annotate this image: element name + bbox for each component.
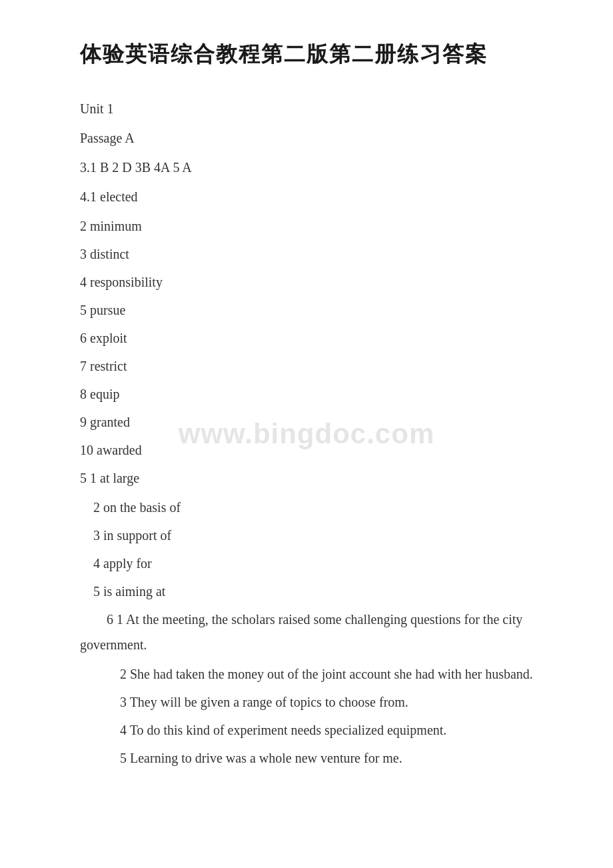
list-item: 7 restrict (80, 353, 546, 379)
list-item: 9 granted (80, 409, 546, 435)
section5-header: 5 1 at large (80, 465, 546, 491)
page-title: 体验英语综合教程第二版第二册练习答案 (80, 40, 546, 69)
section4-header: 4.1 elected (80, 184, 546, 209)
list-item: 2 She had taken the money out of the joi… (80, 661, 546, 687)
list-item: 5 pursue (80, 297, 546, 323)
list-item: 5 is aiming at (80, 579, 546, 604)
section4-items: 2 minimum3 distinct4 responsibility5 pur… (80, 213, 546, 463)
section6-items: 2 She had taken the money out of the joi… (80, 661, 546, 771)
list-item: 4 responsibility (80, 269, 546, 295)
list-item: 2 on the basis of (80, 495, 546, 520)
content-area: Unit 1 Passage A 3.1 B 2 D 3B 4A 5 A 4.1… (80, 96, 546, 771)
list-item: 4 apply for (80, 551, 546, 576)
list-item: 4 To do this kind of experiment needs sp… (80, 717, 546, 743)
list-item: 3 in support of (80, 523, 546, 548)
list-item: 2 minimum (80, 213, 546, 239)
section6-header: 6 1 At the meeting, the scholars raised … (80, 607, 546, 657)
unit-label: Unit 1 (80, 96, 546, 121)
list-item: 3 They will be given a range of topics t… (80, 689, 546, 715)
list-item: 3 distinct (80, 241, 546, 267)
list-item: 5 Learning to drive was a whole new vent… (80, 745, 546, 771)
section5-items: 2 on the basis of3 in support of4 apply … (80, 495, 546, 604)
list-item: 8 equip (80, 381, 546, 407)
list-item: 6 exploit (80, 325, 546, 351)
section3-line: 3.1 B 2 D 3B 4A 5 A (80, 155, 546, 180)
passage-label: Passage A (80, 125, 546, 151)
list-item: 10 awarded (80, 437, 546, 463)
